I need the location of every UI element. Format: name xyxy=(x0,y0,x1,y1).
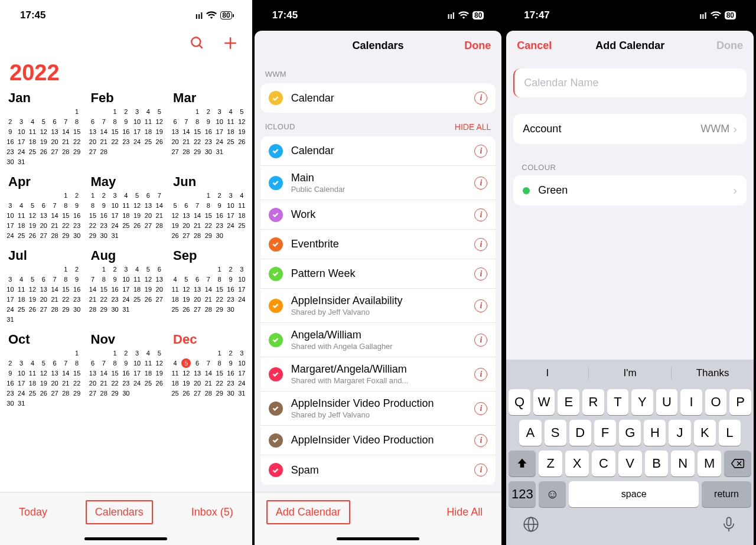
check-icon[interactable] xyxy=(269,144,283,158)
key-n[interactable]: N xyxy=(671,451,695,477)
info-icon[interactable]: i xyxy=(474,238,487,251)
info-icon[interactable]: i xyxy=(474,464,487,477)
done-button[interactable]: Done xyxy=(464,40,491,52)
key-l[interactable]: L xyxy=(719,420,741,446)
info-icon[interactable]: i xyxy=(474,334,487,347)
calendar-row[interactable]: Spami xyxy=(260,455,496,485)
calendar-row[interactable]: Angela/WilliamShared with Angela Gallagh… xyxy=(260,323,496,357)
emoji-key[interactable]: ☺ xyxy=(539,481,566,507)
key-m[interactable]: M xyxy=(698,451,721,477)
return-key[interactable]: return xyxy=(702,481,751,507)
info-icon[interactable]: i xyxy=(474,92,487,105)
hide-all-button[interactable]: Hide All xyxy=(439,501,490,523)
month-mar[interactable]: Mar..12345678910111213141516171819202122… xyxy=(168,89,249,171)
info-icon[interactable]: i xyxy=(474,267,487,280)
add-event-icon[interactable] xyxy=(223,35,238,53)
done-button[interactable]: Done xyxy=(716,40,743,52)
key-a[interactable]: A xyxy=(519,420,541,446)
colour-row[interactable]: Green › xyxy=(513,175,747,205)
globe-icon[interactable] xyxy=(523,516,539,537)
info-icon[interactable]: i xyxy=(474,208,487,221)
month-sep[interactable]: Sep....123456789101112131415161718192021… xyxy=(168,247,249,328)
space-key[interactable]: space xyxy=(569,481,699,507)
month-feb[interactable]: Feb..12345678910111213141516171819202122… xyxy=(86,89,167,171)
account-row[interactable]: Account WWM › xyxy=(513,114,747,144)
keyboard[interactable]: II'mThanks QWERTYUIOPASDFGHJKLZXCVBNM 12… xyxy=(506,360,754,545)
calendars-button[interactable]: Calendars xyxy=(86,500,153,524)
key-g[interactable]: G xyxy=(619,420,641,446)
calendar-row[interactable]: Calendari xyxy=(260,83,496,113)
key-y[interactable]: Y xyxy=(631,389,653,415)
hide-all-link[interactable]: HIDE ALL xyxy=(455,122,491,132)
key-e[interactable]: E xyxy=(558,389,579,415)
check-icon[interactable] xyxy=(269,433,283,448)
key-h[interactable]: H xyxy=(644,420,666,446)
calendar-row[interactable]: Worki xyxy=(260,200,496,230)
key-k[interactable]: K xyxy=(694,420,716,446)
key-f[interactable]: F xyxy=(594,420,616,446)
info-icon[interactable]: i xyxy=(474,145,487,158)
calendar-row[interactable]: Pattern Weeki xyxy=(260,259,496,289)
info-icon[interactable]: i xyxy=(474,368,487,381)
check-icon[interactable] xyxy=(269,237,283,252)
month-apr[interactable]: Apr.....12345678910111213141516171819202… xyxy=(4,173,84,244)
check-icon[interactable] xyxy=(269,176,283,190)
backspace-key[interactable] xyxy=(724,451,751,477)
key-j[interactable]: J xyxy=(669,420,690,446)
check-icon[interactable] xyxy=(269,402,283,416)
key-i[interactable]: I xyxy=(680,389,702,415)
month-oct[interactable]: Oct......1234567891011121314151617181920… xyxy=(4,331,84,412)
months-grid[interactable]: Jan......1234567891011121314151617181920… xyxy=(0,89,252,412)
calendar-row[interactable]: AppleInsider AvailabilityShared by Jeff … xyxy=(260,289,496,323)
month-nov[interactable]: Nov..12345678910111213141516171819202122… xyxy=(86,331,167,412)
key-z[interactable]: Z xyxy=(539,451,562,477)
key-t[interactable]: T xyxy=(607,389,629,415)
check-icon[interactable] xyxy=(269,91,283,105)
calendar-row[interactable]: MainPublic Calendari xyxy=(260,166,496,200)
check-icon[interactable] xyxy=(269,367,283,381)
today-button[interactable]: Today xyxy=(12,501,54,523)
cancel-button[interactable]: Cancel xyxy=(517,40,552,52)
key-q[interactable]: Q xyxy=(509,389,530,415)
home-indicator[interactable] xyxy=(337,537,419,540)
num-key[interactable]: 123 xyxy=(509,481,536,507)
suggestion[interactable]: Thanks xyxy=(672,367,754,379)
mic-icon[interactable] xyxy=(721,516,737,537)
calendar-row[interactable]: AppleInsider Video ProductionShared by J… xyxy=(260,391,496,426)
suggestion[interactable]: I'm xyxy=(589,367,672,379)
check-icon[interactable] xyxy=(269,299,283,313)
check-icon[interactable] xyxy=(269,463,283,477)
check-icon[interactable] xyxy=(269,208,283,222)
key-s[interactable]: S xyxy=(545,420,566,446)
calendar-row[interactable]: Margaret/Angela/WilliamShared with Marga… xyxy=(260,357,496,391)
check-icon[interactable] xyxy=(269,267,283,281)
key-b[interactable]: B xyxy=(645,451,669,477)
key-p[interactable]: P xyxy=(729,389,751,415)
info-icon[interactable]: i xyxy=(474,402,487,415)
calendar-row[interactable]: AppleInsider Video Productioni xyxy=(260,426,496,455)
month-jan[interactable]: Jan......1234567891011121314151617181920… xyxy=(4,89,84,171)
key-v[interactable]: V xyxy=(618,451,642,477)
info-icon[interactable]: i xyxy=(474,434,487,447)
month-jun[interactable]: Jun...1234567891011121314151617181920212… xyxy=(168,173,249,244)
search-icon[interactable] xyxy=(190,35,205,53)
inbox-button[interactable]: Inbox (5) xyxy=(184,501,240,523)
calendar-name-input[interactable] xyxy=(513,68,747,97)
key-u[interactable]: U xyxy=(656,389,678,415)
shift-key[interactable] xyxy=(509,451,536,477)
info-icon[interactable]: i xyxy=(474,299,487,312)
key-o[interactable]: O xyxy=(705,389,727,415)
month-dec[interactable]: Dec....123456789101112131415161718192021… xyxy=(168,331,249,412)
month-jul[interactable]: Jul.....12345678910111213141516171819202… xyxy=(4,247,84,328)
key-r[interactable]: R xyxy=(582,389,604,415)
key-d[interactable]: D xyxy=(569,420,591,446)
check-icon[interactable] xyxy=(269,333,283,347)
suggestion[interactable]: I xyxy=(506,367,589,379)
home-indicator[interactable] xyxy=(84,537,167,540)
add-calendar-button[interactable]: Add Calendar xyxy=(266,500,350,524)
key-x[interactable]: X xyxy=(565,451,589,477)
calendar-row[interactable]: Calendari xyxy=(260,136,496,166)
month-aug[interactable]: Aug.123456789101112131415161718192021222… xyxy=(86,247,167,328)
key-c[interactable]: C xyxy=(592,451,615,477)
info-icon[interactable]: i xyxy=(474,177,487,190)
